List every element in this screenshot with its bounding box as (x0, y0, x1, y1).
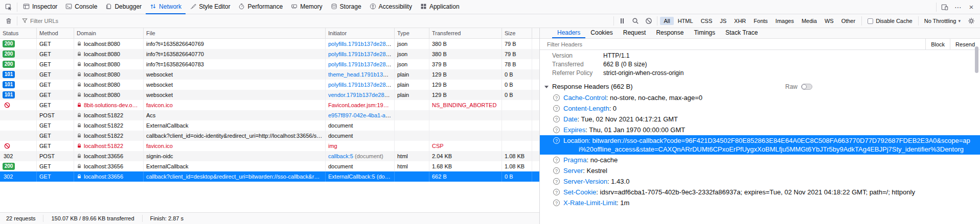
help-icon[interactable]: ? (553, 94, 560, 101)
help-icon[interactable]: ? (553, 200, 560, 206)
request-row[interactable]: GETlocalhost:51822ExternalCallbackdocume… (0, 120, 539, 131)
help-icon[interactable]: ? (553, 116, 560, 122)
toolbox-menu-button[interactable]: ⋯ (951, 1, 965, 14)
help-icon[interactable]: ? (553, 137, 560, 144)
help-icon[interactable]: ? (553, 105, 560, 112)
throttling-dropdown[interactable]: No Throttling ▾ (920, 18, 965, 24)
help-icon[interactable]: ? (553, 189, 560, 195)
type-filter-other[interactable]: Other (838, 17, 859, 25)
request-row[interactable]: 302GETlocalhost:33656callback?client_id=… (0, 171, 539, 182)
initiator-text[interactable]: FaviconLoader.jsm:191 (img) (328, 102, 395, 108)
tool-tab-performance[interactable]: Performance (234, 0, 287, 14)
pick-element-button[interactable] (2, 1, 15, 14)
type-filter-html[interactable]: HTML (674, 17, 697, 25)
initiator-text[interactable]: vendor.1791b137de281b787… (328, 92, 395, 98)
block-button[interactable]: Block (925, 39, 950, 50)
column-header-transferred[interactable]: Transferred (429, 28, 502, 38)
type-filter-ws[interactable]: WS (821, 17, 837, 25)
tool-tab-memory[interactable]: Memory (287, 0, 326, 14)
tool-tab-application[interactable]: Application (416, 0, 464, 14)
request-blocking-button[interactable] (642, 14, 655, 28)
request-row[interactable]: 101GETlocalhost:8080websocketpolyfills.1… (0, 80, 539, 90)
tool-tab-inspector[interactable]: Inspector (19, 0, 61, 14)
response-header-row[interactable]: ?Server: Kestrel (540, 165, 980, 176)
close-devtools-button[interactable]: × (965, 1, 978, 14)
help-icon[interactable]: ? (553, 178, 560, 185)
tool-tab-label: Memory (300, 3, 322, 10)
type-filter-all[interactable]: All (660, 17, 673, 25)
detail-tab-headers[interactable]: Headers (552, 28, 585, 38)
initiator-text[interactable]: polyfills.1791b137de281b787… (328, 51, 395, 57)
request-row[interactable]: 200GETlocalhost:33656ExternalCallbackdoc… (0, 161, 539, 171)
tool-tab-storage[interactable]: Storage (327, 0, 366, 14)
cell-transferred: 129 B (429, 90, 502, 100)
tool-tab-style-editor[interactable]: Style Editor (186, 0, 234, 14)
initiator-text[interactable]: polyfills.1791b137de281b787… (328, 82, 395, 88)
column-header-initiator[interactable]: Initiator (326, 28, 395, 38)
response-header-row[interactable]: ?Server-Version: 1.43.0 (540, 176, 980, 187)
network-settings-button[interactable] (965, 14, 978, 28)
request-row[interactable]: 101GETlocalhost:8080websockettheme_head.… (0, 69, 539, 80)
request-row[interactable]: 200GETlocalhost:8080info?t=1635826640769… (0, 39, 539, 49)
initiator-text[interactable]: e957f897-042e-4ba1-aff1-… (328, 112, 395, 118)
column-header-type[interactable]: Type (395, 28, 429, 38)
detail-tab-cookies[interactable]: Cookies (585, 28, 618, 38)
detail-tab-request[interactable]: Request (618, 28, 651, 38)
response-header-row[interactable]: ?Content-Length: 0 (540, 103, 980, 114)
type-filter-js[interactable]: JS (716, 17, 730, 25)
column-header-file[interactable]: File (144, 28, 326, 38)
tool-tab-console[interactable]: Console (61, 0, 101, 14)
response-header-row[interactable]: ?Set-Cookie: idsrv=adf6cba1-7075-402b-9e… (540, 187, 980, 197)
cell-status: 200 (0, 39, 37, 49)
column-header-status[interactable]: Status (0, 28, 37, 38)
scrollbar-thumb[interactable] (975, 46, 978, 73)
initiator-text[interactable]: polyfills.1791b137de281b787… (328, 41, 395, 47)
response-header-row[interactable]: ?Location: bitwarden://sso-callback?code… (540, 135, 980, 155)
response-header-row[interactable]: ?X-Rate-Limit-Limit: 1m (540, 197, 980, 208)
request-row[interactable]: 200GETlocalhost:8080info?t=1635826640770… (0, 49, 539, 59)
help-icon[interactable]: ? (553, 167, 560, 174)
column-header-method[interactable]: Method (37, 28, 74, 38)
tool-tab-debugger[interactable]: Debugger (101, 0, 146, 14)
request-row[interactable]: 200GETlocalhost:8080info?t=1635826640783… (0, 59, 539, 69)
initiator-text[interactable]: theme_head.1791b137de281… (328, 71, 395, 78)
response-header-row[interactable]: ?Pragma: no-cache (540, 155, 980, 165)
url-filter-input[interactable] (30, 18, 609, 24)
raw-toggle[interactable] (801, 84, 812, 90)
initiator-text[interactable]: polyfills.1791b137de281b787… (328, 61, 395, 67)
response-header-row[interactable]: ?Expires: Thu, 01 Jan 1970 00:00:00 GMT (540, 125, 980, 135)
responsive-design-button[interactable] (938, 1, 951, 14)
initiator-text[interactable]: callback:5 (328, 153, 353, 159)
disable-cache-checkbox[interactable] (868, 18, 873, 24)
response-headers-section[interactable]: Response Headers (662 B) Raw (540, 81, 980, 92)
type-filter-media[interactable]: Media (798, 17, 821, 25)
response-header-row[interactable]: ?Date: Tue, 02 Nov 2021 04:17:21 GMT (540, 114, 980, 125)
search-button[interactable] (629, 14, 642, 28)
request-row[interactable]: GETlocalhost:51822callback?client_id=oid… (0, 131, 539, 141)
column-header-size[interactable]: Size (502, 28, 532, 38)
detail-tab-stack-trace[interactable]: Stack Trace (720, 28, 763, 38)
column-header-domain[interactable]: Domain (74, 28, 144, 38)
request-row[interactable]: 101GETlocalhost:8080websocketvendor.1791… (0, 90, 539, 100)
tool-tab-network[interactable]: Network (146, 0, 186, 14)
request-row[interactable]: 302POSTlocalhost:33656signin-oidccallbac… (0, 151, 539, 161)
request-row[interactable]: POSTlocalhost:51822Acse957f897-042e-4ba1… (0, 110, 539, 120)
type-filter-xhr[interactable]: XHR (731, 17, 749, 25)
initiator-text[interactable]: ExternalCallback:5 (328, 173, 375, 180)
help-icon[interactable]: ? (553, 157, 560, 163)
filter-headers-input[interactable] (540, 41, 925, 47)
type-filter-images[interactable]: Images (772, 17, 797, 25)
help-icon[interactable]: ? (553, 127, 560, 133)
separator (17, 3, 17, 12)
response-header-row[interactable]: ?Cache-Control: no-store, no-cache, max-… (540, 92, 980, 103)
clear-requests-button[interactable] (2, 14, 15, 28)
type-filter-fonts[interactable]: Fonts (750, 17, 771, 25)
request-row[interactable]: GETlocalhost:51822favicon.icoimgCSP (0, 141, 539, 151)
type-filter-css[interactable]: CSS (697, 17, 716, 25)
disable-cache-toggle[interactable]: Disable Cache (863, 18, 917, 24)
tool-tab-accessibility[interactable]: Accessibility (366, 0, 416, 14)
detail-tab-response[interactable]: Response (651, 28, 689, 38)
pause-traffic-button[interactable] (616, 14, 629, 28)
request-row[interactable]: GET8bit-solutions-dev.onelogin…favicon.i… (0, 100, 539, 110)
detail-tab-timings[interactable]: Timings (689, 28, 720, 38)
